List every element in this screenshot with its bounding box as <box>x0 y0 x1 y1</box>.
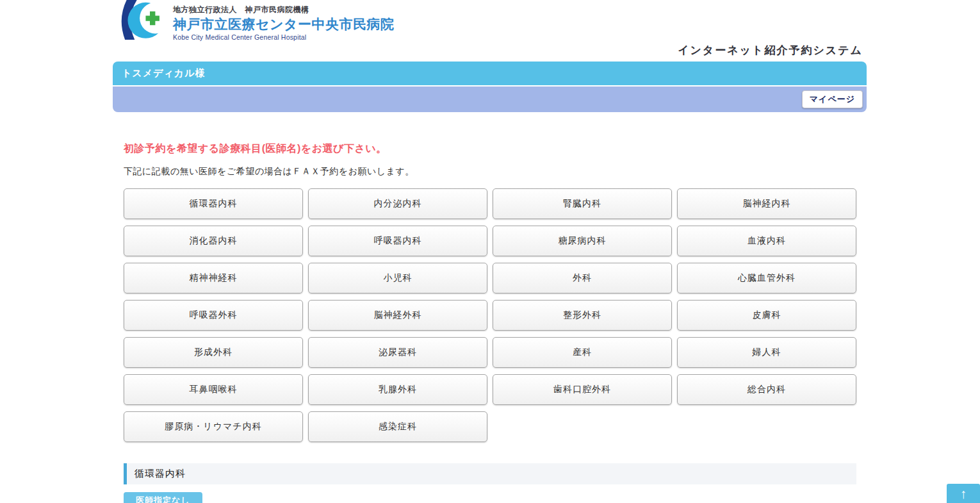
selected-department-header: 循環器内科 <box>124 463 856 484</box>
department-button[interactable]: 呼吸器内科 <box>308 226 487 256</box>
page: 地方独立行政法人 神戸市民病院機構 神戸市立医療センター中央市民病院 Kobe … <box>113 0 867 503</box>
department-button[interactable]: 外科 <box>493 263 672 293</box>
logo-text: 地方独立行政法人 神戸市民病院機構 神戸市立医療センター中央市民病院 Kobe … <box>173 0 394 42</box>
hospital-logo: 地方独立行政法人 神戸市民病院機構 神戸市立医療センター中央市民病院 Kobe … <box>114 0 394 42</box>
hospital-logo-icon <box>114 0 168 40</box>
department-grid: 循環器内科 内分泌内科 腎臓内科 脳神経内科 消化器内科 呼吸器内科 糖尿病内科… <box>124 188 856 442</box>
hospital-name: 神戸市立医療センター中央市民病院 <box>173 16 394 33</box>
department-button[interactable]: 整形外科 <box>493 300 672 331</box>
department-button[interactable]: 乳腺外科 <box>308 374 487 405</box>
organization-name: 地方独立行政法人 神戸市民病院機構 <box>173 5 394 15</box>
department-button[interactable]: 婦人科 <box>677 337 856 368</box>
no-doctor-button[interactable]: 医師指定なし <box>124 492 202 503</box>
selected-department-title: 循環器内科 <box>135 468 186 480</box>
nav-bar: マイページ <box>113 87 867 112</box>
department-button[interactable]: 血液内科 <box>677 226 856 256</box>
user-name: トスメディカル様 <box>122 67 205 79</box>
site-header: 地方独立行政法人 神戸市民病院機構 神戸市立医療センター中央市民病院 Kobe … <box>113 0 867 62</box>
hospital-name-en: Kobe City Medical Center General Hospita… <box>173 33 394 42</box>
department-button[interactable]: 感染症科 <box>308 411 487 442</box>
department-button[interactable]: 消化器内科 <box>124 226 303 256</box>
main-content: 初診予約を希望する診療科目(医師名)をお選び下さい。 下記に記載の無い医師をご希… <box>113 142 867 503</box>
department-button[interactable]: 精神神経科 <box>124 263 303 293</box>
department-button[interactable]: 総合内科 <box>677 374 856 405</box>
department-button[interactable]: 呼吸器外科 <box>124 300 303 331</box>
department-button[interactable]: 耳鼻咽喉科 <box>124 374 303 405</box>
department-button[interactable]: 心臓血管外科 <box>677 263 856 293</box>
page-instruction: 初診予約を希望する診療科目(医師名)をお選び下さい。 <box>124 142 856 156</box>
system-title: インターネット紹介予約システム <box>678 43 863 58</box>
department-button[interactable]: 歯科口腔外科 <box>493 374 672 405</box>
user-bar: トスメディカル様 <box>113 62 867 85</box>
mypage-button[interactable]: マイページ <box>802 90 863 108</box>
department-button[interactable]: 小児科 <box>308 263 487 293</box>
up-arrow-icon: ↑ <box>960 487 967 500</box>
fax-note: 下記に記載の無い医師をご希望の場合はＦＡＸ予約をお願いします。 <box>124 166 856 177</box>
department-button[interactable]: 形成外科 <box>124 337 303 368</box>
department-button[interactable]: 糖尿病内科 <box>493 226 672 256</box>
department-button[interactable]: 産科 <box>493 337 672 368</box>
scroll-top-button[interactable]: ↑ <box>947 484 980 503</box>
department-button[interactable]: 内分泌内科 <box>308 188 487 219</box>
department-button[interactable]: 皮膚科 <box>677 300 856 331</box>
department-button[interactable]: 循環器内科 <box>124 188 303 219</box>
department-button[interactable]: 脳神経内科 <box>677 188 856 219</box>
department-button[interactable]: 膠原病・リウマチ内科 <box>124 411 303 442</box>
department-button[interactable]: 泌尿器科 <box>308 337 487 368</box>
department-button[interactable]: 脳神経外科 <box>308 300 487 331</box>
department-button[interactable]: 腎臓内科 <box>493 188 672 219</box>
